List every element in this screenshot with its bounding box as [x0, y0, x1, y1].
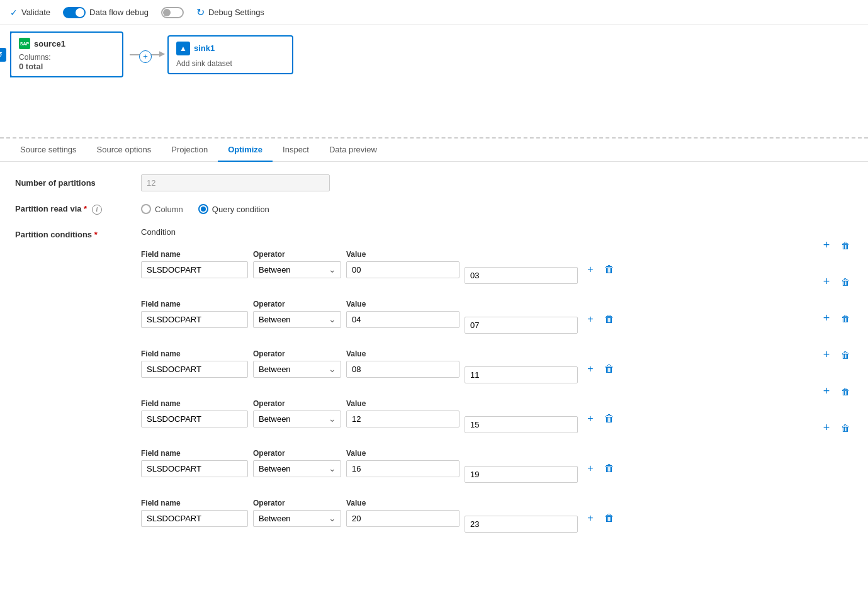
field-name-label-2: Field name: [141, 349, 248, 358]
debug-settings-button[interactable]: ↻ Debug Settings: [196, 6, 264, 18]
partition-read-via-label: Partition read via * i: [15, 204, 141, 215]
field-name-input-4[interactable]: [141, 460, 248, 477]
value-label-3: Value: [346, 399, 459, 408]
source-arrow-icon: ↺: [0, 48, 6, 62]
delete-condition-inline-button-3[interactable]: 🗑: [602, 411, 617, 426]
delete-condition-outer-button-5[interactable]: 🗑: [838, 421, 853, 436]
operator-col-5: Operator BetweenEqualsLess thanGreater t…: [253, 499, 341, 527]
add-condition-inline-button-0[interactable]: +: [583, 262, 598, 277]
delete-condition-outer-button-1[interactable]: 🗑: [838, 275, 853, 290]
condition-row-2: Field name Operator BetweenEqualsLess th…: [141, 344, 811, 383]
delete-condition-outer-button-4[interactable]: 🗑: [838, 384, 853, 399]
value1-input-3[interactable]: [346, 410, 459, 427]
delete-condition-inline-button-5[interactable]: 🗑: [602, 511, 617, 526]
data-flow-debug-toggle[interactable]: Data flow debug: [63, 7, 149, 18]
condition-header: Condition: [141, 227, 811, 237]
source-node-header: SAP source1: [19, 38, 115, 49]
field-name-input-1[interactable]: [141, 311, 248, 328]
tab-source-options[interactable]: Source options: [87, 139, 162, 162]
radio-column-option[interactable]: Column: [141, 204, 183, 214]
operator-select-2[interactable]: BetweenEqualsLess thanGreater thanNot eq…: [253, 361, 341, 378]
add-condition-inline-button-3[interactable]: +: [583, 411, 598, 426]
operator-select-5[interactable]: BetweenEqualsLess thanGreater thanNot eq…: [253, 510, 341, 527]
tab-projection[interactable]: Projection: [161, 139, 218, 162]
value-col-2: Value: [346, 349, 459, 378]
field-name-col-2: Field name: [141, 349, 248, 378]
outer-action-row-5: + 🗑: [819, 410, 853, 446]
source-node-name: source1: [34, 39, 65, 48]
info-icon[interactable]: i: [92, 205, 102, 215]
delete-condition-inline-button-0[interactable]: 🗑: [602, 262, 617, 277]
field-name-input-5[interactable]: [141, 510, 248, 527]
add-connector-button[interactable]: +: [139, 50, 152, 63]
tab-optimize[interactable]: Optimize: [218, 139, 273, 162]
value2-input-2[interactable]: [465, 366, 578, 383]
add-condition-inline-button-2[interactable]: +: [583, 361, 598, 376]
delete-condition-inline-button-4[interactable]: 🗑: [602, 461, 617, 476]
add-condition-outer-button-2[interactable]: +: [819, 311, 834, 326]
value1-input-4[interactable]: [346, 460, 459, 477]
value2-col-4: Value: [465, 443, 578, 483]
value2-input-4[interactable]: [465, 466, 578, 483]
radio-group-partition: Column Query condition: [141, 204, 853, 214]
field-name-input-3[interactable]: [141, 410, 248, 427]
operator-select-4[interactable]: BetweenEqualsLess thanGreater thanNot eq…: [253, 460, 341, 477]
sink-node-header: ▲ sink1: [176, 42, 285, 55]
delete-condition-outer-button-3[interactable]: 🗑: [838, 348, 853, 363]
value2-input-3[interactable]: [465, 416, 578, 433]
outer-action-row-0: + 🗑: [819, 227, 853, 264]
delete-condition-outer-button-2[interactable]: 🗑: [838, 311, 853, 326]
tab-data-preview[interactable]: Data preview: [319, 139, 387, 162]
columns-value: 0 total: [19, 62, 115, 71]
plus-connector-icon[interactable]: +: [139, 50, 152, 63]
add-condition-inline-button-1[interactable]: +: [583, 312, 598, 327]
add-condition-outer-button-0[interactable]: +: [819, 238, 834, 253]
partition-conditions-row: Partition conditions * Condition Field n…: [15, 227, 853, 543]
value-label-4: Value: [346, 449, 459, 458]
value1-input-0[interactable]: [346, 261, 459, 278]
sink-icon: ▲: [176, 42, 190, 55]
radio-query-option[interactable]: Query condition: [198, 204, 269, 214]
tab-inspect[interactable]: Inspect: [273, 139, 319, 162]
operator-select-3[interactable]: BetweenEqualsLess thanGreater thanNot eq…: [253, 410, 341, 427]
value2-input-5[interactable]: [465, 516, 578, 533]
tab-source-settings[interactable]: Source settings: [10, 139, 87, 162]
add-condition-outer-button-3[interactable]: +: [819, 348, 834, 363]
operator-col-3: Operator BetweenEqualsLess thanGreater t…: [253, 399, 341, 427]
field-name-input-0[interactable]: [141, 261, 248, 278]
add-condition-outer-button-5[interactable]: +: [819, 421, 834, 436]
number-of-partitions-input[interactable]: [141, 174, 330, 191]
add-condition-outer-button-4[interactable]: +: [819, 384, 834, 399]
value2-input-1[interactable]: [465, 317, 578, 334]
add-condition-inline-button-4[interactable]: +: [583, 461, 598, 476]
value1-input-1[interactable]: [346, 311, 459, 328]
source-node-wrapper: SAP source1 Columns: 0 total ↺: [10, 31, 123, 77]
toggle-on-icon[interactable]: [63, 7, 86, 18]
operator-select-0[interactable]: BetweenEqualsLess thanGreater thanNot eq…: [253, 261, 341, 278]
value1-input-5[interactable]: [346, 510, 459, 527]
delete-condition-outer-button-0[interactable]: 🗑: [838, 238, 853, 253]
value2-col-0: Value: [465, 244, 578, 284]
delete-condition-inline-button-2[interactable]: 🗑: [602, 361, 617, 376]
operator-label-1: Operator: [253, 300, 341, 308]
operator-label-5: Operator: [253, 499, 341, 507]
source-node[interactable]: SAP source1 Columns: 0 total ↺: [10, 31, 123, 77]
add-condition-outer-button-1[interactable]: +: [819, 275, 834, 290]
value2-col-1: Value: [465, 294, 578, 334]
sink-node[interactable]: ▲ sink1 Add sink dataset: [167, 35, 293, 74]
operator-select-1[interactable]: BetweenEqualsLess thanGreater thanNot eq…: [253, 311, 341, 328]
row-actions-1: + 🗑: [583, 300, 617, 327]
field-name-input-2[interactable]: [141, 361, 248, 378]
add-condition-inline-button-5[interactable]: +: [583, 511, 598, 526]
add-sink-dataset-label[interactable]: Add sink dataset: [176, 59, 285, 68]
outer-action-row-2: + 🗑: [819, 300, 853, 337]
number-of-partitions-label: Number of partitions: [15, 178, 141, 188]
row-actions-4: + 🗑: [583, 450, 617, 476]
value2-input-0[interactable]: [465, 267, 578, 284]
conditions-list: Field name Operator BetweenEqualsLess th…: [141, 244, 811, 533]
validate-button[interactable]: ✓ Validate: [10, 8, 50, 18]
field-name-col-3: Field name: [141, 399, 248, 427]
value1-input-2[interactable]: [346, 361, 459, 378]
operator-select-wrapper-1: BetweenEqualsLess thanGreater thanNot eq…: [253, 311, 341, 328]
delete-condition-inline-button-1[interactable]: 🗑: [602, 312, 617, 327]
